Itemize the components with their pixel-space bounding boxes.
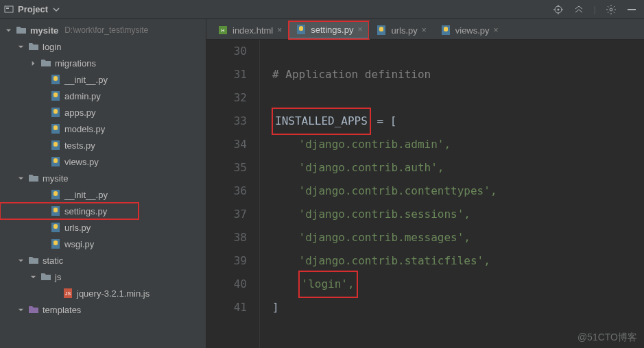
svg-point-8 <box>610 8 612 11</box>
tab-views-py[interactable]: views.py × <box>433 21 505 39</box>
tree-folder-templates[interactable]: templates <box>0 301 206 318</box>
line-number: 31 <box>206 63 247 86</box>
chevron-down-icon[interactable] <box>18 307 25 313</box>
close-icon[interactable]: × <box>277 25 282 35</box>
svg-text:H: H <box>221 28 224 33</box>
chevron-down-icon[interactable] <box>18 258 25 264</box>
chevron-down-icon[interactable] <box>18 44 25 50</box>
tab-label: urls.py <box>391 25 417 36</box>
tree-label: urls.py <box>64 223 91 233</box>
line-number: 36 <box>206 179 247 203</box>
tree-file[interactable]: tests.py <box>0 137 206 153</box>
python-file-icon <box>50 140 61 151</box>
code-string: 'django.contrib.staticfiles', <box>299 249 490 273</box>
tree-file[interactable]: admin.py <box>0 88 206 104</box>
tree-path: D:\work\for_test\mysite <box>64 25 148 35</box>
tree-folder-js[interactable]: js <box>0 269 206 285</box>
python-file-icon <box>50 238 61 249</box>
line-number: 38 <box>206 226 247 249</box>
html-file-icon: H <box>217 25 228 36</box>
tree-file[interactable]: apps.py <box>0 104 206 121</box>
line-number: 30 <box>206 40 247 63</box>
tree-root[interactable]: mysite D:\work\for_test\mysite <box>0 22 206 38</box>
tab-urls-py[interactable]: urls.py × <box>369 21 433 39</box>
tree-label: mysite <box>30 25 58 36</box>
tree-folder-mysite[interactable]: mysite <box>0 170 206 186</box>
tree-label: wsgi.py <box>64 239 94 249</box>
code-text: ] <box>272 296 279 319</box>
tree-label: settings.py <box>64 206 107 216</box>
tree-folder-static[interactable]: static <box>0 252 206 269</box>
line-number: 37 <box>206 203 247 226</box>
svg-rect-1 <box>6 8 9 9</box>
code-text: = [ <box>370 110 397 133</box>
tree-file[interactable]: models.py <box>0 121 206 137</box>
gear-icon[interactable] <box>606 4 617 15</box>
line-number: 40 <box>206 273 247 296</box>
watermark: @51CTO博客 <box>577 332 637 344</box>
close-icon[interactable]: × <box>422 25 427 35</box>
tree-label: models.py <box>64 124 105 134</box>
python-file-icon <box>50 107 61 118</box>
python-file-icon <box>376 25 387 36</box>
close-icon[interactable]: × <box>494 25 499 35</box>
chevron-down-icon[interactable] <box>51 4 62 15</box>
code-content[interactable]: # Application definition INSTALLED_APPS … <box>260 40 644 348</box>
code-comment: # Application definition <box>272 63 431 86</box>
python-file-icon <box>296 24 307 35</box>
line-number: 32 <box>206 86 247 110</box>
tree-file-jquery[interactable]: JS jquery-3.2.1.min.js <box>0 285 206 301</box>
code-string: 'django.contrib.sessions', <box>299 203 470 226</box>
tree-file[interactable]: urls.py <box>0 219 206 236</box>
tree-file[interactable]: __init__.py <box>0 71 206 88</box>
folder-icon <box>40 58 51 69</box>
close-icon[interactable]: × <box>357 25 362 34</box>
tree-label: templates <box>43 305 81 315</box>
hide-icon[interactable] <box>626 4 637 15</box>
tree-file[interactable]: views.py <box>0 153 206 170</box>
folder-icon <box>16 25 27 36</box>
tree-label: __init__.py <box>64 75 108 85</box>
target-icon[interactable] <box>553 4 564 15</box>
tree-label: static <box>43 256 63 266</box>
tree-file[interactable]: wsgi.py <box>0 236 206 252</box>
tree-folder-migrations[interactable]: migrations <box>0 55 206 71</box>
svg-point-3 <box>557 8 559 10</box>
svg-rect-0 <box>5 6 13 12</box>
tree-file[interactable]: __init__.py <box>0 186 206 203</box>
tab-settings-py[interactable]: settings.py × <box>289 21 369 39</box>
svg-text:JS: JS <box>65 291 71 296</box>
python-file-icon <box>50 74 61 85</box>
line-number: 39 <box>206 249 247 273</box>
tab-index-html[interactable]: H index.html × <box>211 21 289 39</box>
tree-label: apps.py <box>64 108 96 118</box>
tree-file-settings[interactable]: settings.py <box>0 203 139 219</box>
editor-tabs: H index.html × settings.py × urls.py × v… <box>206 19 644 40</box>
project-tree[interactable]: mysite D:\work\for_test\mysite login mig… <box>0 19 206 348</box>
folder-icon <box>28 41 39 52</box>
project-tw-icon <box>4 4 15 15</box>
project-label[interactable]: Project <box>18 4 48 14</box>
editor-area[interactable]: 30 31 32 33 34 35 36 37 38 39 40 41 # Ap… <box>206 40 644 348</box>
code-string-login: 'login', <box>299 271 357 297</box>
python-file-icon <box>50 90 61 101</box>
chevron-down-icon[interactable] <box>18 175 25 182</box>
chevron-down-icon[interactable] <box>30 274 37 280</box>
collapse-icon[interactable] <box>573 4 584 15</box>
python-file-icon <box>440 25 451 36</box>
python-file-icon <box>50 123 61 134</box>
tree-label: login <box>43 42 61 52</box>
chevron-down-icon[interactable] <box>5 27 12 34</box>
python-file-icon <box>50 189 61 200</box>
tree-label: admin.py <box>64 91 101 101</box>
tree-folder-login[interactable]: login <box>0 38 206 55</box>
folder-icon <box>28 173 39 184</box>
svg-rect-9 <box>628 9 636 10</box>
folder-icon <box>28 255 39 266</box>
code-string: 'django.contrib.messages', <box>299 226 470 249</box>
python-file-icon <box>50 222 61 233</box>
line-number: 33 <box>206 110 247 133</box>
tab-label: index.html <box>232 25 273 36</box>
chevron-right-icon[interactable] <box>30 60 37 66</box>
gutter: 30 31 32 33 34 35 36 37 38 39 40 41 <box>206 40 260 348</box>
